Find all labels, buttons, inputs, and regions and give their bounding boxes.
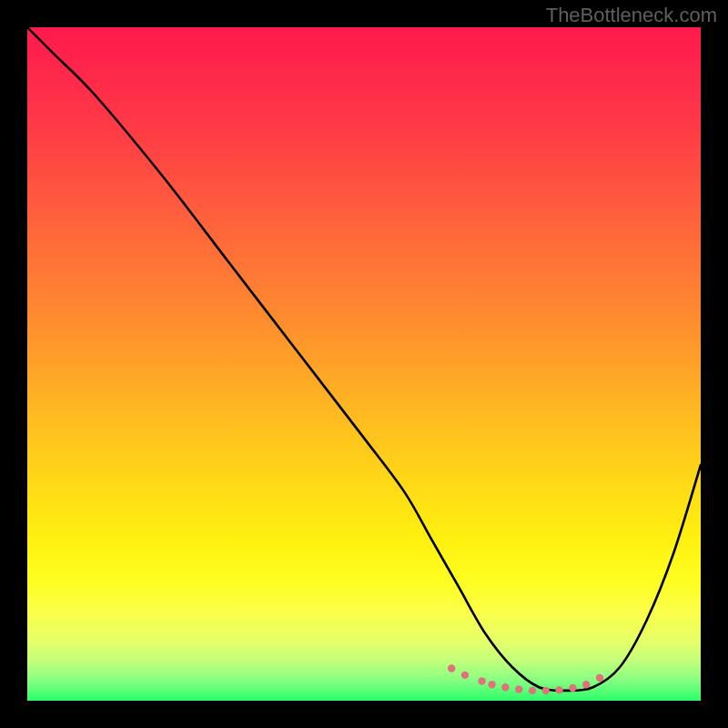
optimal-dot bbox=[596, 674, 603, 682]
optimal-dot bbox=[448, 664, 455, 672]
optimal-dot bbox=[542, 687, 550, 694]
optimal-dot bbox=[569, 684, 576, 692]
attribution-text: TheBottleneck.com bbox=[546, 4, 717, 27]
chart-frame: TheBottleneck.com bbox=[0, 0, 728, 728]
optimal-dot bbox=[488, 681, 495, 688]
optimal-dot bbox=[529, 687, 536, 694]
optimal-dot bbox=[555, 686, 562, 693]
bottleneck-curve bbox=[27, 27, 701, 691]
plot-area bbox=[27, 27, 701, 701]
optimal-dot bbox=[478, 677, 485, 684]
optimal-dot bbox=[461, 672, 469, 679]
optimal-dot bbox=[582, 681, 590, 688]
optimal-dot bbox=[515, 685, 522, 693]
curve-layer bbox=[27, 27, 701, 701]
optimal-dot bbox=[501, 683, 509, 691]
